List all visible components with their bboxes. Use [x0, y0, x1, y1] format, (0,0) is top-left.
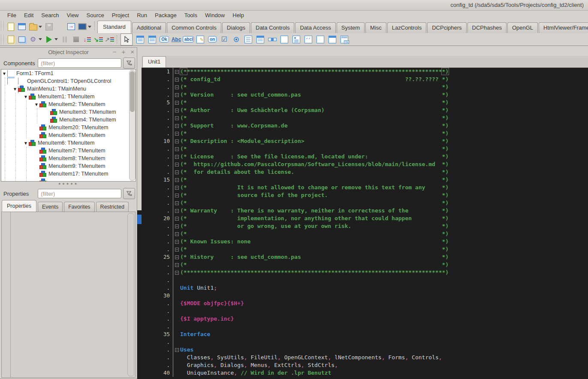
cursor-tool-button[interactable] [121, 33, 133, 45]
run-icon[interactable] [44, 34, 54, 45]
fold-marker-icon[interactable] [175, 178, 179, 182]
fold-marker-icon[interactable] [175, 209, 179, 213]
menu-view[interactable]: View [63, 11, 83, 19]
palette-tab-data-controls[interactable]: Data Controls [251, 22, 294, 33]
tframe-icon[interactable] [327, 34, 338, 45]
toolbar-grip-2[interactable] [1, 35, 4, 44]
fold-marker-icon[interactable] [175, 232, 179, 236]
tree-item[interactable]: MenuItem4: TMenuItem [1, 116, 136, 124]
save-all-icon[interactable] [55, 21, 65, 32]
tpanel-icon[interactable] [315, 34, 326, 45]
scrollbar-thumb[interactable] [130, 71, 135, 112]
tree-item[interactable]: ▼Form1: TForm1 [1, 70, 136, 77]
fold-marker-icon[interactable] [175, 186, 179, 190]
palette-tab-system[interactable]: System [337, 22, 365, 33]
menu-help[interactable]: Help [229, 11, 248, 19]
inspector-tab-properties[interactable]: Properties [2, 200, 36, 212]
tmainmenu-icon[interactable] [135, 34, 146, 45]
minimize-icon[interactable]: − [113, 48, 117, 55]
properties-filter-input[interactable] [38, 189, 121, 198]
open-icon[interactable] [28, 21, 38, 32]
fold-marker-icon[interactable] [175, 248, 179, 252]
palette-tab-dcpciphers[interactable]: DCPciphers [427, 22, 466, 33]
tscrollbar-icon[interactable] [267, 34, 278, 45]
tpopupmenu-icon[interactable] [147, 34, 158, 45]
maximize-icon[interactable]: + [121, 48, 125, 55]
palette-tab-common-controls[interactable]: Common Controls [167, 22, 221, 33]
properties-filter-clear-button[interactable] [123, 188, 135, 199]
tree-item[interactable]: ▼MenuItem2: TMenuItem [1, 100, 136, 108]
components-tree-scrollbar[interactable] [129, 70, 136, 181]
menu-project[interactable]: Project [108, 11, 133, 19]
tree-item[interactable]: MenuItem9: TMenuItem [1, 162, 136, 170]
build-mode-icon-dropdown[interactable] [39, 38, 42, 40]
expander-down-icon[interactable]: ▼ [23, 94, 29, 99]
inspector-tab-favorites[interactable]: Favorites [64, 202, 94, 212]
tradiogroup-icon[interactable] [291, 34, 302, 45]
fold-marker-icon[interactable] [175, 85, 179, 89]
palette-tab-standard[interactable]: Standard [97, 21, 131, 33]
step-into-icon[interactable]: ↘ [93, 34, 103, 45]
code-area[interactable]: 1(**************************************… [142, 68, 588, 379]
palette-tab-additional[interactable]: Additional [132, 22, 166, 33]
property-grid[interactable] [1, 212, 136, 378]
tradiobutton-icon[interactable] [231, 34, 242, 45]
fold-marker-icon[interactable] [175, 109, 179, 112]
fold-marker-icon[interactable] [175, 116, 179, 120]
inspector-splitter[interactable]: ●●●●● [0, 181, 137, 188]
tree-item[interactable]: MenuItem7: TMenuItem [1, 147, 136, 155]
expander-down-icon[interactable]: ▼ [23, 141, 29, 146]
expander-down-icon[interactable]: ▼ [33, 102, 39, 107]
tlabel-icon[interactable]: Abc [171, 34, 182, 45]
tree-item[interactable]: MenuItem5: TMenuItem [1, 131, 136, 139]
tcheckgroup-icon[interactable] [303, 34, 314, 45]
view-units-icon[interactable] [6, 34, 16, 45]
components-filter-clear-button[interactable] [123, 58, 135, 69]
close-icon[interactable]: × [130, 48, 134, 55]
palette-tab-lazcontrols[interactable]: LazControls [387, 22, 426, 33]
fold-marker-icon[interactable] [175, 70, 179, 74]
new-unit-icon[interactable] [6, 21, 16, 32]
fold-marker-icon[interactable] [175, 93, 179, 97]
step-over-icon[interactable]: ↓ [82, 34, 92, 45]
property-grid-scrollbar[interactable] [127, 213, 134, 376]
fold-marker-icon[interactable] [175, 163, 179, 167]
fold-marker-icon[interactable] [175, 194, 179, 197]
fold-marker-icon[interactable] [175, 240, 179, 244]
tree-item[interactable]: MenuItem17: TMenuItem [1, 170, 136, 178]
stop-icon[interactable] [71, 34, 81, 45]
fold-marker-icon[interactable] [175, 139, 179, 143]
fold-marker-icon[interactable] [175, 224, 179, 228]
palette-tab-misc[interactable]: Misc [365, 22, 386, 33]
save-icon[interactable] [44, 21, 54, 32]
menu-file[interactable]: File [3, 11, 20, 19]
tcheckbox-icon[interactable]: ☑ [219, 34, 230, 45]
tree-item[interactable]: OpenGLControl1: TOpenGLControl [1, 77, 136, 85]
menu-edit[interactable]: Edit [20, 11, 37, 19]
fold-marker-icon[interactable] [175, 201, 179, 205]
editor-tab-unit1[interactable]: Unit1 [142, 56, 166, 67]
fold-marker-icon[interactable] [175, 263, 179, 267]
tgroupbox-icon[interactable] [279, 34, 290, 45]
fold-marker-icon[interactable] [175, 101, 179, 105]
tree-item[interactable]: MenuItem20: TMenuItem [1, 124, 136, 131]
tcombobox-icon[interactable] [255, 34, 266, 45]
view-forms-icon[interactable] [17, 34, 27, 45]
build-file-icon[interactable] [66, 21, 76, 32]
fold-marker-icon[interactable] [175, 217, 179, 221]
menu-package[interactable]: Package [151, 11, 181, 19]
palette-tab-htmlviewer-frameviewer[interactable]: HtmlViewer/FrameViewer [539, 22, 588, 33]
components-tree[interactable]: ▼Form1: TForm1OpenGLControl1: TOpenGLCon… [1, 69, 136, 182]
palette-tab-opengl[interactable]: OpenGL [507, 22, 538, 33]
toolbar-grip[interactable] [1, 21, 4, 30]
view-form-unit-icon-dropdown[interactable] [88, 26, 91, 28]
expander-down-icon[interactable]: ▼ [1, 71, 7, 76]
menu-run[interactable]: Run [133, 11, 151, 19]
menu-tools[interactable]: Tools [181, 11, 201, 19]
tree-item[interactable]: ▼MenuItem1: TMenuItem [1, 93, 136, 100]
tree-item[interactable]: MenuItem8: TMenuItem [1, 155, 136, 162]
menu-search[interactable]: Search [37, 11, 63, 19]
tree-item[interactable]: ▼MainMenu1: TMainMenu [1, 85, 136, 93]
tree-item[interactable]: MenuItem3: TMenuItem [1, 108, 136, 116]
ttogglebox-icon[interactable]: on [207, 34, 218, 45]
